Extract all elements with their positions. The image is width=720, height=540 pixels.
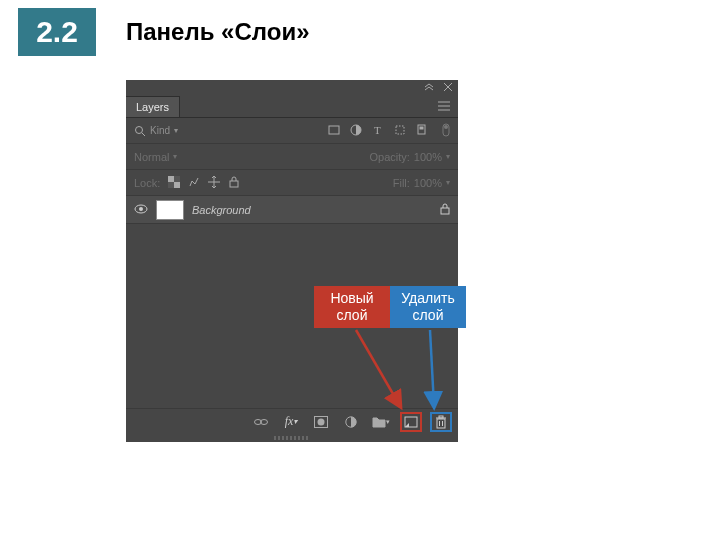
filter-type-icon[interactable]: T (372, 124, 384, 138)
lock-row: Lock: Fill: 100% ▾ (126, 170, 458, 196)
layer-lock-icon[interactable] (440, 203, 450, 217)
fill-value[interactable]: 100% (414, 177, 442, 189)
svg-text:T: T (374, 124, 381, 136)
opacity-value[interactable]: 100% (414, 151, 442, 163)
layers-panel: Layers Kind ▾ T Normal ▾ Opacity: 100% (126, 80, 458, 442)
svg-rect-12 (420, 126, 424, 129)
svg-line-6 (142, 133, 145, 136)
layer-style-button[interactable]: fx▾ (280, 412, 302, 432)
new-layer-button[interactable] (400, 412, 422, 432)
lock-all-icon[interactable] (228, 176, 240, 190)
layer-row-background[interactable]: Background (126, 196, 458, 224)
svg-point-23 (139, 207, 143, 211)
svg-rect-7 (329, 126, 339, 134)
blend-mode-dropdown[interactable]: Normal ▾ (134, 151, 177, 163)
svg-point-5 (136, 126, 143, 133)
svg-rect-21 (230, 181, 238, 187)
chevron-down-icon: ▾ (174, 126, 178, 135)
layer-filter-row: Kind ▾ T (126, 118, 458, 144)
svg-rect-15 (168, 176, 174, 182)
svg-rect-31 (437, 419, 445, 428)
visibility-eye-icon[interactable] (134, 204, 148, 216)
layer-list: Background (126, 196, 458, 224)
filter-toggle-switch[interactable] (442, 123, 450, 139)
collapse-icon[interactable] (424, 83, 434, 91)
svg-rect-18 (168, 182, 174, 188)
panel-menu-icon[interactable] (430, 97, 458, 117)
chevron-down-icon: ▾ (293, 417, 297, 426)
lock-transparency-icon[interactable] (168, 176, 180, 190)
svg-rect-16 (174, 182, 180, 188)
section-title: Панель «Слои» (126, 18, 309, 46)
blend-mode-value: Normal (134, 151, 169, 163)
section-number-badge: 2.2 (18, 8, 96, 56)
blend-row: Normal ▾ Opacity: 100% ▾ (126, 144, 458, 170)
lock-position-icon[interactable] (208, 176, 220, 190)
adjustment-layer-button[interactable] (340, 412, 362, 432)
lock-pixels-icon[interactable] (188, 176, 200, 190)
filter-kind-label: Kind (150, 125, 170, 136)
panel-resize-grip[interactable] (126, 434, 458, 442)
svg-rect-24 (441, 208, 449, 214)
filter-adjustment-icon[interactable] (350, 124, 362, 138)
panel-tabbar: Layers (126, 94, 458, 118)
chevron-down-icon: ▾ (446, 178, 450, 187)
layer-mask-button[interactable] (310, 412, 332, 432)
filter-smart-icon[interactable] (416, 124, 428, 138)
layer-thumbnail[interactable] (156, 200, 184, 220)
fill-label: Fill: (393, 177, 410, 189)
close-icon[interactable] (444, 83, 452, 91)
svg-rect-17 (174, 176, 180, 182)
delete-layer-button[interactable] (430, 412, 452, 432)
chevron-down-icon: ▾ (386, 418, 390, 426)
link-layers-button[interactable] (250, 412, 272, 432)
svg-point-14 (444, 125, 448, 129)
panel-bottom-bar: fx▾ ▾ (126, 408, 458, 434)
chevron-down-icon: ▾ (173, 152, 177, 161)
filter-shape-icon[interactable] (394, 124, 406, 138)
svg-rect-10 (396, 126, 404, 134)
chevron-down-icon: ▾ (446, 152, 450, 161)
tab-layers[interactable]: Layers (126, 96, 180, 117)
filter-kind-dropdown[interactable]: Kind ▾ (134, 125, 178, 137)
svg-point-28 (318, 418, 325, 425)
layer-name[interactable]: Background (192, 204, 251, 216)
panel-top-controls (126, 80, 458, 94)
search-icon (134, 125, 146, 137)
new-group-button[interactable]: ▾ (370, 412, 392, 432)
lock-label: Lock: (134, 177, 160, 189)
svg-rect-35 (439, 416, 443, 418)
filter-pixel-icon[interactable] (328, 124, 340, 138)
opacity-label: Opacity: (370, 151, 410, 163)
layer-list-empty-area (126, 224, 458, 408)
